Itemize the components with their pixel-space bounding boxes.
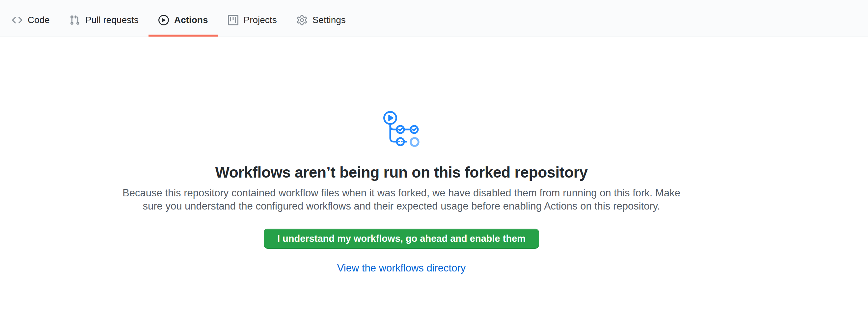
workflow-graph-icon	[383, 111, 420, 148]
tab-pull-requests[interactable]: Pull requests	[60, 0, 149, 37]
actions-disabled-blankslate: Workflows aren’t being run on this forke…	[0, 37, 803, 274]
tab-code-label: Code	[28, 15, 50, 25]
blankslate-description: Because this repository contained workfl…	[123, 186, 680, 213]
description-line-2: sure you understand the configured workf…	[143, 200, 660, 212]
play-icon	[158, 15, 169, 25]
tab-code[interactable]: Code	[2, 0, 60, 37]
tab-actions-label: Actions	[174, 15, 208, 25]
blankslate-title: Workflows aren’t being run on this forke…	[215, 163, 587, 182]
view-workflows-directory-link[interactable]: View the workflows directory	[337, 262, 466, 274]
description-line-1: Because this repository contained workfl…	[123, 187, 680, 199]
gear-icon	[297, 15, 307, 25]
tab-projects-label: Projects	[244, 15, 277, 25]
project-icon	[228, 15, 239, 25]
tab-settings-label: Settings	[312, 15, 346, 25]
enable-workflows-button[interactable]: I understand my workflows, go ahead and …	[264, 229, 539, 249]
git-pull-request-icon	[69, 15, 80, 25]
tab-pull-requests-label: Pull requests	[85, 15, 138, 25]
code-icon	[12, 15, 22, 25]
tab-actions[interactable]: Actions	[149, 0, 218, 37]
repo-tab-bar: Code Pull requests Actions Projects Sett…	[0, 0, 868, 37]
tab-settings[interactable]: Settings	[287, 0, 355, 37]
tab-projects[interactable]: Projects	[218, 0, 287, 37]
